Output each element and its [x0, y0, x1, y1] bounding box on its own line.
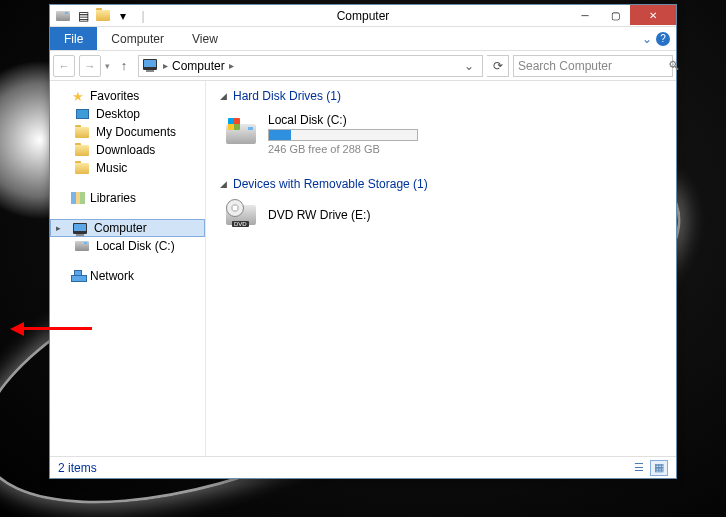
usage-bar-fill: [269, 130, 291, 140]
chevron-right-icon: ▸: [163, 60, 168, 71]
sidebar-group-computer: ▸ Computer Local Disk (C:): [50, 219, 205, 255]
forward-button[interactable]: →: [79, 55, 101, 77]
navigation-pane[interactable]: ▾★ Favorites Desktop My Documents Downlo…: [50, 81, 206, 456]
history-dropdown-icon[interactable]: ▾: [105, 61, 110, 71]
chevron-down-icon[interactable]: ⌄: [642, 32, 652, 46]
system-menu-icon[interactable]: [54, 7, 72, 25]
libraries-label: Libraries: [90, 191, 136, 205]
free-space-label: 246 GB free of 288 GB: [268, 143, 418, 155]
sidebar-header-network[interactable]: ▸ Network: [50, 267, 205, 285]
computer-label: Computer: [94, 221, 147, 235]
favorites-label: Favorites: [90, 89, 139, 103]
sidebar-item-downloads[interactable]: Downloads: [50, 141, 205, 159]
drive-info: Local Disk (C:) 246 GB free of 288 GB: [268, 113, 418, 155]
up-button[interactable]: ↑: [114, 56, 134, 76]
window-buttons: ─ ▢ ✕: [570, 5, 676, 26]
usage-bar: [268, 129, 418, 141]
sidebar-group-libraries: ▸ Libraries: [50, 189, 205, 207]
qat-separator: |: [134, 7, 152, 25]
status-bar: 2 items ☰ ▦: [50, 456, 676, 478]
collapse-icon: ◢: [220, 91, 227, 101]
computer-icon: [72, 221, 88, 235]
details-view-button[interactable]: ☰: [630, 460, 648, 476]
ribbon-help: ⌄ ?: [642, 27, 670, 50]
help-icon[interactable]: ?: [656, 32, 670, 46]
drive-icon: [74, 239, 90, 253]
folder-icon: [74, 125, 90, 139]
computer-icon: [143, 59, 159, 73]
address-bar: ← → ▾ ↑ ▸ Computer ▸ ⌄ ⟳ 🔍︎: [50, 51, 676, 81]
collapse-icon: ◢: [220, 179, 227, 189]
drive-local-disk-c[interactable]: Local Disk (C:) 246 GB free of 288 GB: [220, 109, 662, 159]
search-box[interactable]: 🔍︎: [513, 55, 673, 77]
breadcrumb-dropdown-icon[interactable]: ⌄: [460, 59, 478, 73]
section-label: Devices with Removable Storage (1): [233, 177, 428, 191]
star-icon: ★: [70, 89, 86, 103]
drive-dvd-rw-e[interactable]: DVD RW Drive (E:): [220, 197, 662, 233]
tab-view[interactable]: View: [178, 27, 232, 50]
properties-icon[interactable]: ▤: [74, 7, 92, 25]
sidebar-group-network: ▸ Network: [50, 267, 205, 285]
desktop-icon: [74, 107, 90, 121]
new-folder-icon[interactable]: [94, 7, 112, 25]
network-icon: [70, 269, 86, 283]
qat-dropdown-icon[interactable]: ▾: [114, 7, 132, 25]
drive-label: DVD RW Drive (E:): [268, 208, 370, 222]
breadcrumb[interactable]: ▸ Computer ▸ ⌄: [138, 55, 483, 77]
drive-label: Local Disk (C:): [268, 113, 418, 127]
folder-icon: [74, 161, 90, 175]
sidebar-header-libraries[interactable]: ▸ Libraries: [50, 189, 205, 207]
network-label: Network: [90, 269, 134, 283]
dvd-drive-icon: [224, 201, 258, 229]
hdd-icon: [224, 120, 258, 148]
back-button[interactable]: ←: [53, 55, 75, 77]
quick-access-toolbar: ▤ ▾ |: [50, 5, 156, 26]
ribbon-tabs: File Computer View ⌄ ?: [50, 27, 676, 51]
sidebar-item-documents[interactable]: My Documents: [50, 123, 205, 141]
annotation-arrow: [10, 322, 90, 336]
folder-icon: [74, 143, 90, 157]
section-header-hdd[interactable]: ◢ Hard Disk Drives (1): [220, 89, 662, 103]
view-switcher: ☰ ▦: [630, 460, 668, 476]
section-removable-storage: ◢ Devices with Removable Storage (1) DVD…: [220, 177, 662, 233]
breadcrumb-segment[interactable]: Computer: [172, 59, 225, 73]
explorer-window: ▤ ▾ | Computer ─ ▢ ✕ File Computer View …: [49, 4, 677, 479]
search-icon[interactable]: 🔍︎: [668, 59, 680, 73]
sidebar-item-music[interactable]: Music: [50, 159, 205, 177]
body: ▾★ Favorites Desktop My Documents Downlo…: [50, 81, 676, 456]
chevron-right-icon[interactable]: ▸: [229, 60, 234, 71]
refresh-button[interactable]: ⟳: [487, 55, 509, 77]
sidebar-header-favorites[interactable]: ▾★ Favorites: [50, 87, 205, 105]
minimize-button[interactable]: ─: [570, 5, 600, 25]
sidebar-item-desktop[interactable]: Desktop: [50, 105, 205, 123]
tab-file[interactable]: File: [50, 27, 97, 50]
libraries-icon: [70, 191, 86, 205]
drive-info: DVD RW Drive (E:): [268, 208, 370, 222]
sidebar-header-computer[interactable]: ▸ Computer: [50, 219, 205, 237]
sidebar-group-favorites: ▾★ Favorites Desktop My Documents Downlo…: [50, 87, 205, 177]
sidebar-item-local-disk[interactable]: Local Disk (C:): [50, 237, 205, 255]
content-pane[interactable]: ◢ Hard Disk Drives (1) Local Disk (C:) 2…: [206, 81, 676, 456]
search-input[interactable]: [518, 59, 668, 73]
close-button[interactable]: ✕: [630, 5, 676, 25]
section-label: Hard Disk Drives (1): [233, 89, 341, 103]
section-header-removable[interactable]: ◢ Devices with Removable Storage (1): [220, 177, 662, 191]
title-bar[interactable]: ▤ ▾ | Computer ─ ▢ ✕: [50, 5, 676, 27]
tiles-view-button[interactable]: ▦: [650, 460, 668, 476]
maximize-button[interactable]: ▢: [600, 5, 630, 25]
item-count: 2 items: [58, 461, 97, 475]
section-hard-disk-drives: ◢ Hard Disk Drives (1) Local Disk (C:) 2…: [220, 89, 662, 159]
tab-computer[interactable]: Computer: [97, 27, 178, 50]
